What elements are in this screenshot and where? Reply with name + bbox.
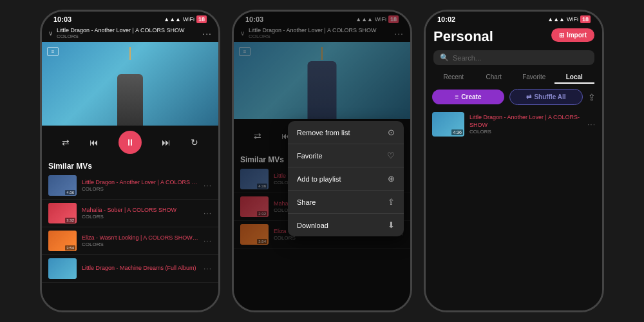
ctx-label-favorite: Favorite [297,152,323,160]
item-more-1[interactable]: ··· [204,181,212,190]
repeat-button-1[interactable]: ↻ [191,137,198,147]
shuffle-all-button[interactable]: ⇄ Shuffle All [509,89,583,105]
item-more-4[interactable]: ··· [204,264,212,273]
video-area-1 [42,42,218,126]
item-info-1: Little Dragon - Another Lover | A COLORS… [82,179,198,193]
item-info-2: Mahalia - Sober | A COLORS SHOW COLORS [82,207,198,220]
signal-icon-3: ▲▲▲ [547,16,565,23]
wifi-icon: WiFi [183,16,194,23]
item-more-3[interactable]: ··· [204,236,212,245]
list-item[interactable]: 3:32 Mahalia - Sober | A COLORS SHOW COL… [42,200,218,227]
ctx-add-to-playlist[interactable]: Add to playlist ⊕ [288,167,404,191]
signal-icon: ▲▲▲ [164,16,181,23]
shuffle-button-1[interactable]: ⇄ [62,137,70,147]
heart-icon: ♡ [387,151,395,160]
ctx-favorite[interactable]: Favorite ♡ [288,144,404,167]
lib-item-more-1[interactable]: ··· [587,120,596,129]
ctx-label-download: Download [297,222,328,229]
battery-icon: 18 [196,15,207,23]
controls-1: ⇄ ⏮ ⏸ ⏭ ↻ [42,126,218,159]
battery-icon-3: 18 [580,15,591,23]
list-item[interactable]: 3:54 Eliza - Wasn't Looking | A COLORS S… [42,227,218,255]
np-subtitle-1: COLORS [57,33,202,39]
status-bar-3: 10:02 ▲▲▲ WiFi 18 [426,12,602,24]
now-playing-bar-1[interactable]: ∨ Little Dragon - Another Lover | A COLO… [42,24,218,42]
search-icon: 🔍 [440,53,449,62]
next-button-1[interactable]: ⏭ [162,137,171,147]
phone-1: 10:03 ▲▲▲ WiFi 18 ∨ Little Dragon - Anot… [40,10,220,312]
thumb-2: 3:32 [48,203,77,223]
eq-icon: ≡ [455,93,459,100]
shuffle-label: Shuffle All [534,93,565,100]
ctx-download[interactable]: Download ⬇ [288,214,404,236]
item-more-2[interactable]: ··· [204,209,212,218]
wifi-icon-3: WiFi [567,16,578,23]
duration-2: 3:32 [65,218,75,223]
person-decoration [117,74,143,126]
plus-icon: ⊞ [559,32,564,39]
phone-2: 10:03 ▲▲▲ WiFi 18 ∨ Little Dragon - Anot… [232,10,412,312]
item-sub-1: COLORS [82,186,198,192]
share-icon: ⇪ [388,197,395,207]
import-button[interactable]: ⊞ Import [551,28,594,42]
status-time-1: 10:03 [53,15,71,23]
play-pause-button-1[interactable]: ⏸ [118,131,142,154]
status-time-3: 10:02 [437,15,455,23]
lib-item-title-1: Little Dragon - Another Lover | A COLORS… [469,114,582,129]
tab-favorite[interactable]: Favorite [514,71,554,84]
item-sub-2: COLORS [82,214,198,220]
list-item[interactable]: Little Dragon - Machine Dreams (Full Alb… [42,255,218,283]
import-label: Import [567,32,587,39]
remove-icon: ⊙ [388,128,395,137]
phone-3: 10:02 ▲▲▲ WiFi 18 Personal ⊞ Import 🔍 Se… [424,10,604,312]
duration-3: 3:54 [65,245,75,251]
search-bar[interactable]: 🔍 Search... [433,50,594,65]
tab-chart[interactable]: Chart [474,71,515,84]
mic-decoration [129,47,131,60]
similar-mvs-title-1: Similar MVs [42,159,218,172]
tab-local[interactable]: Local [554,71,595,84]
search-placeholder: Search... [453,54,481,62]
ctx-share[interactable]: Share ⇪ [288,191,404,214]
create-label: Create [461,93,481,100]
list-item[interactable]: 4:36 Little Dragon - Another Lover | A C… [42,172,218,200]
context-menu: Remove from list ⊙ Favorite ♡ Add to pla… [288,121,404,236]
share-button[interactable]: ⇪ [588,92,596,102]
library-header: Personal ⊞ Import [426,24,602,48]
thumb-4 [48,258,77,279]
thumb-1: 4:36 [48,175,77,196]
ctx-label-add-playlist: Add to playlist [297,175,341,183]
tab-recent[interactable]: Recent [433,71,474,84]
item-info-3: Eliza - Wasn't Looking | A COLORS SHOW (… [82,234,198,248]
shuffle-icon: ⇄ [526,93,531,100]
more-icon-1[interactable]: ··· [202,28,212,39]
lib-thumb-1: 4:36 [432,112,464,137]
ctx-label-remove: Remove from list [297,129,350,137]
np-title-1: Little Dragon - Another Lover | A COLORS… [57,27,202,33]
status-icons-1: ▲▲▲ WiFi 18 [164,15,207,23]
status-icons-3: ▲▲▲ WiFi 18 [547,15,591,23]
item-sub-3: COLORS [82,242,198,247]
item-title-2: Mahalia - Sober | A COLORS SHOW [82,207,198,214]
item-title-3: Eliza - Wasn't Looking | A COLORS SHOW (… [82,234,198,242]
lib-item-sub-1: COLORS [469,129,582,135]
status-bar-1: 10:03 ▲▲▲ WiFi 18 [42,12,218,24]
chevron-down-icon: ∨ [48,30,53,37]
action-row: ≡ Create ⇄ Shuffle All ⇪ [426,85,602,109]
ctx-remove-from-list[interactable]: Remove from list ⊙ [288,121,404,144]
lib-item-info-1: Little Dragon - Another Lover | A COLORS… [469,114,582,135]
prev-button-1[interactable]: ⏮ [90,137,99,147]
similar-list-1: 4:36 Little Dragon - Another Lover | A C… [42,172,218,310]
item-title-4: Little Dragon - Machine Dreams (Full Alb… [82,265,198,272]
download-icon: ⬇ [388,220,395,230]
tabs-row: Recent Chart Favorite Local [426,68,602,85]
thumb-3: 3:54 [48,231,77,251]
lib-duration-1: 4:36 [451,129,463,135]
add-playlist-icon: ⊕ [388,174,395,184]
lib-list-item[interactable]: 4:36 Little Dragon - Another Lover | A C… [426,109,602,140]
np-info-1: Little Dragon - Another Lover | A COLORS… [57,27,202,39]
create-button[interactable]: ≡ Create [432,90,504,104]
item-info-4: Little Dragon - Machine Dreams (Full Alb… [82,265,198,272]
library-title: Personal [433,28,493,45]
library-screen: Personal ⊞ Import 🔍 Search... Recent Cha… [426,24,602,310]
